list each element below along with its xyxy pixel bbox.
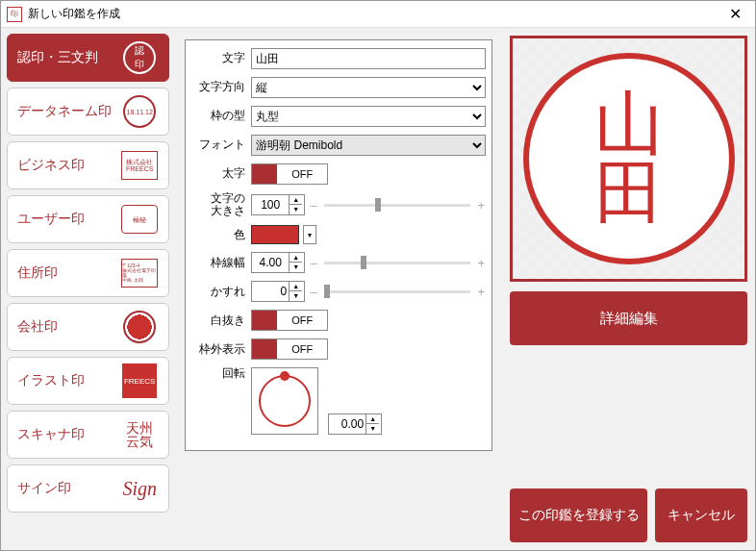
blur-spinner[interactable]: ▲▼	[251, 281, 305, 302]
register-button[interactable]: この印鑑を登録する	[510, 488, 647, 542]
sidebar-item-label: スキャナ印	[17, 426, 85, 443]
label-blur: かすれ	[191, 286, 245, 298]
close-button[interactable]: ✕	[721, 5, 749, 23]
blur-slider[interactable]: – +	[309, 281, 486, 302]
sidebar-item-scanner[interactable]: スキャナ印 天州云気	[7, 411, 169, 459]
address-icon: 〒123-4株式会社電子印鑑中島 太郎	[120, 254, 159, 292]
minus-icon: –	[309, 198, 318, 213]
illust-icon: FREECS	[120, 362, 159, 400]
stamp-icon: 認印	[120, 38, 159, 77]
stamp-char-1: 山	[594, 89, 664, 159]
label-outside: 枠外表示	[191, 343, 245, 356]
label-size: 文字の 大きさ	[191, 192, 245, 217]
sidebar-item-sign[interactable]: サイン印 Sign	[7, 464, 169, 513]
cancel-button[interactable]: キャンセル	[655, 488, 747, 542]
sidebar-item-label: サイン印	[17, 480, 71, 497]
sign-icon: Sign	[120, 469, 159, 508]
size-slider[interactable]: – +	[309, 194, 486, 215]
rotate-spinner[interactable]: ▲▼	[328, 413, 382, 435]
window-title: 新しい印鑑を作成	[28, 6, 721, 22]
text-input[interactable]	[251, 48, 486, 69]
sidebar-item-label: 認印・三文判	[17, 49, 98, 66]
color-dropdown[interactable]: ▾	[303, 225, 316, 244]
linewidth-slider[interactable]: – +	[309, 252, 486, 273]
sidebar-item-business[interactable]: ビジネス印 株式会社FREECS	[7, 141, 169, 189]
whiteout-toggle[interactable]: OFF	[251, 310, 328, 331]
sidebar: 認印・三文判 認印 データネーム印 18.11.12 ビジネス印 株式会社FRE…	[1, 28, 175, 550]
sidebar-item-label: イラスト印	[17, 372, 85, 389]
direction-select[interactable]: 縦	[251, 77, 486, 98]
bold-toggle[interactable]: OFF	[251, 163, 328, 185]
circle-icon: 18.11.12	[120, 92, 159, 131]
label-direction: 文字方向	[191, 81, 245, 93]
sidebar-item-illust[interactable]: イラスト印 FREECS	[7, 357, 169, 405]
label-frame: 枠の型	[191, 110, 245, 122]
sidebar-item-label: 会社印	[17, 318, 58, 336]
sidebar-item-label: ビジネス印	[17, 157, 85, 174]
sidebar-item-address[interactable]: 住所印 〒123-4株式会社電子印鑑中島 太郎	[7, 249, 169, 297]
spinner-down[interactable]: ▼	[290, 205, 302, 214]
company-seal-icon	[120, 308, 159, 346]
rotate-dial[interactable]	[251, 367, 318, 435]
label-font: フォント	[191, 138, 245, 151]
plus-icon: +	[476, 198, 486, 213]
preview-area: 山 田 詳細編集 この印鑑を登録する キャンセル	[502, 28, 755, 550]
color-swatch[interactable]	[251, 225, 299, 244]
spinner-up[interactable]: ▲	[290, 195, 302, 205]
sidebar-item-label: データネーム印	[17, 103, 112, 120]
sidebar-item-dataname[interactable]: データネーム印 18.11.12	[7, 88, 169, 136]
font-select[interactable]: 游明朝 Demibold	[251, 135, 486, 156]
label-rotate: 回転	[191, 367, 245, 380]
label-text: 文字	[191, 52, 245, 64]
outside-toggle[interactable]: OFF	[251, 338, 328, 360]
sidebar-item-label: 住所印	[17, 264, 58, 282]
sidebar-item-mitomein[interactable]: 認印・三文判 認印	[7, 34, 169, 82]
linewidth-spinner[interactable]: ▲▼	[251, 252, 305, 273]
label-color: 色	[191, 229, 245, 241]
app-icon: 印	[7, 7, 22, 22]
detail-edit-button[interactable]: 詳細編集	[510, 291, 747, 345]
sidebar-item-company[interactable]: 会社印	[7, 303, 169, 351]
scanner-icon: 天州云気	[120, 415, 159, 454]
label-linewidth: 枠線幅	[191, 257, 245, 269]
sidebar-item-label: ユーザー印	[17, 211, 85, 228]
label-bold: 太字	[191, 167, 245, 180]
stamp-circle: 山 田	[523, 53, 735, 264]
frame-select[interactable]: 丸型	[251, 106, 486, 127]
stamp-char-2: 田	[594, 159, 664, 228]
sidebar-item-user[interactable]: ユーザー印 極秘	[7, 195, 169, 243]
secret-icon: 極秘	[120, 200, 159, 238]
stamp-preview: 山 田	[510, 36, 747, 282]
size-spinner[interactable]: ▲▼	[251, 194, 305, 215]
form-area: 文字 文字方向 縦 枠の型 丸型 フォント 游明朝 Demibold 太字	[175, 28, 502, 550]
business-icon: 株式会社FREECS	[120, 146, 159, 185]
label-whiteout: 白抜き	[191, 314, 245, 327]
